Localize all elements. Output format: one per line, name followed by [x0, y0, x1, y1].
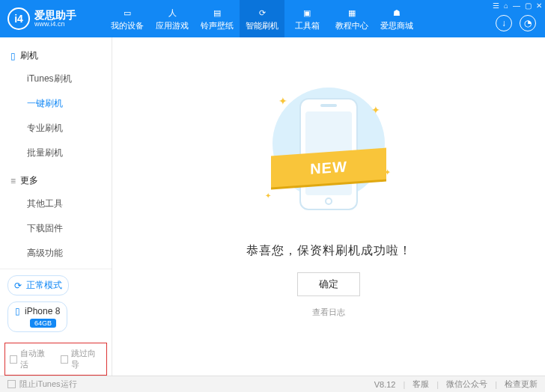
sidebar: ▯刷机 iTunes刷机 一键刷机 专业刷机 批量刷机 ≡更多 其他工具 下载固…: [0, 37, 112, 376]
flash-options-highlight: 自动激活 跳过向导: [4, 343, 107, 376]
sidebar-group-more[interactable]: ≡更多: [10, 170, 112, 192]
more-icon: ≡: [10, 176, 16, 186]
flash-icon: ⟳: [255, 6, 269, 19]
refresh-icon: ⟳: [14, 281, 22, 291]
device-icon: ▯: [15, 306, 20, 316]
app-subtitle: www.i4.cn: [34, 20, 76, 28]
device-name: iPhone 8: [25, 306, 60, 316]
version-label: V8.12: [374, 380, 396, 389]
block-itunes-checkbox[interactable]: 阻止iTunes运行: [7, 379, 77, 390]
app-title: 爱思助手: [34, 10, 76, 20]
header: i4 爱思助手 www.i4.cn ▭我的设备 人应用游戏 ▤铃声壁纸 ⟳智能刷…: [0, 0, 545, 37]
nav-ringtone-wallpaper[interactable]: ▤铃声壁纸: [195, 0, 240, 37]
sidebar-item-itunes-flash[interactable]: iTunes刷机: [27, 67, 112, 91]
user-icon: ◔: [524, 18, 532, 28]
toolbox-icon: ▣: [300, 6, 314, 19]
sidebar-item-batch-flash[interactable]: 批量刷机: [27, 141, 112, 165]
sidebar-group-flash[interactable]: ▯刷机: [10, 45, 112, 67]
lock-icon[interactable]: ⌂: [504, 1, 508, 10]
logo-icon: i4: [7, 7, 30, 30]
sidebar-item-download-firmware[interactable]: 下载固件: [27, 216, 112, 241]
nav-tutorial[interactable]: ▦教程中心: [329, 0, 374, 37]
sidebar-item-advanced[interactable]: 高级功能: [27, 241, 112, 266]
skip-wizard-checkbox[interactable]: 跳过向导: [61, 348, 103, 370]
tutorial-icon: ▦: [345, 6, 359, 19]
nav-toolbox[interactable]: ▣工具箱: [284, 0, 329, 37]
phone-icon: ▯: [10, 51, 16, 61]
sidebar-item-other-tools[interactable]: 其他工具: [27, 192, 112, 216]
auto-activate-checkbox[interactable]: 自动激活: [10, 348, 52, 370]
device-chip[interactable]: ▯iPhone 8 64GB: [7, 301, 67, 332]
download-icon: ↓: [502, 18, 506, 28]
success-illustration: ✦✦✦✦ NEW: [265, 88, 392, 230]
menu-icon[interactable]: ☰: [493, 1, 499, 10]
device-icon: ▭: [121, 6, 134, 19]
nav-smart-flash[interactable]: ⟳智能刷机: [240, 0, 284, 37]
apps-icon: 人: [165, 6, 179, 19]
status-bar: 阻止iTunes运行 V8.12| 客服| 微信公众号| 检查更新: [0, 376, 545, 392]
window-controls: ☰ ⌂ — ▢ ✕: [493, 1, 542, 10]
ok-button[interactable]: 确定: [297, 272, 360, 296]
top-nav: ▭我的设备 人应用游戏 ▤铃声壁纸 ⟳智能刷机 ▣工具箱 ▦教程中心 ☗爱思商城: [105, 0, 419, 37]
app-logo[interactable]: i4 爱思助手 www.i4.cn: [0, 7, 105, 30]
support-link[interactable]: 客服: [412, 379, 429, 390]
success-message: 恭喜您，保资料刷机成功啦！: [246, 243, 412, 259]
minimize-button[interactable]: —: [513, 1, 520, 10]
nav-store[interactable]: ☗爱思商城: [374, 0, 419, 37]
main-content: ✦✦✦✦ NEW 恭喜您，保资料刷机成功啦！ 确定 查看日志: [112, 37, 545, 376]
download-button[interactable]: ↓: [496, 15, 512, 31]
store-icon: ☗: [390, 6, 404, 19]
storage-badge: 64GB: [30, 319, 56, 328]
maximize-button[interactable]: ▢: [525, 1, 532, 10]
wechat-link[interactable]: 微信公众号: [446, 379, 487, 390]
sidebar-item-pro-flash[interactable]: 专业刷机: [27, 116, 112, 141]
close-button[interactable]: ✕: [536, 1, 542, 10]
device-mode-chip[interactable]: ⟳正常模式: [7, 275, 69, 295]
media-icon: ▤: [210, 6, 224, 19]
account-button[interactable]: ◔: [520, 15, 536, 31]
nav-my-device[interactable]: ▭我的设备: [105, 0, 150, 37]
view-log-link[interactable]: 查看日志: [312, 307, 345, 318]
sidebar-item-oneclick-flash[interactable]: 一键刷机: [27, 91, 112, 116]
nav-apps-games[interactable]: 人应用游戏: [150, 0, 195, 37]
check-update-link[interactable]: 检查更新: [505, 379, 538, 390]
